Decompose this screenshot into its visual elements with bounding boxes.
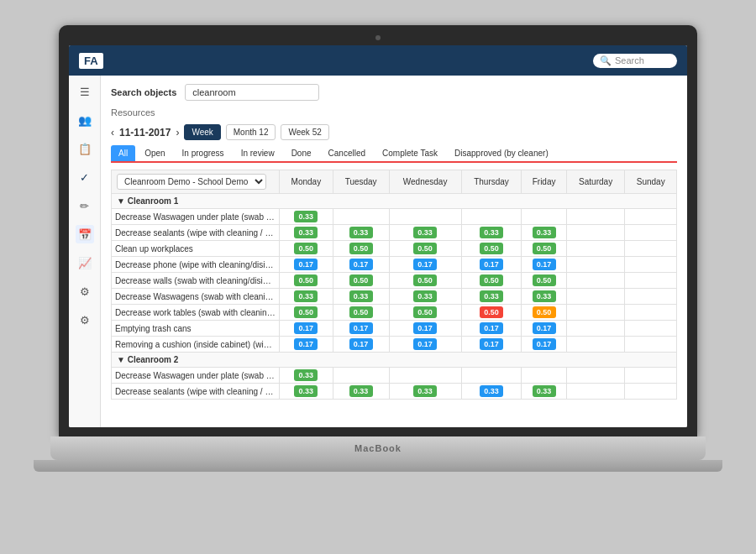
task-cell-thu: 0.33 <box>461 384 522 400</box>
cell-badge[interactable]: 0.50 <box>349 274 373 286</box>
task-cell-mon: 0.33 <box>280 384 333 400</box>
cell-badge[interactable]: 0.17 <box>533 338 556 350</box>
sidebar-icon-users[interactable]: 👥 <box>76 111 94 129</box>
cell-badge[interactable]: 0.33 <box>533 385 556 397</box>
next-button[interactable]: › <box>176 127 179 138</box>
cell-badge[interactable]: 0.17 <box>349 322 373 334</box>
cell-badge[interactable]: 0.33 <box>349 227 373 238</box>
sidebar-icon-menu[interactable]: ☰ <box>76 82 94 101</box>
table-row: Decrease work tables (swab with cleaning… <box>112 305 677 321</box>
tab-done[interactable]: Done <box>284 145 319 161</box>
cell-badge[interactable]: 0.50 <box>480 274 503 286</box>
cell-badge[interactable]: 0.33 <box>413 385 437 397</box>
task-cell-tue <box>333 368 389 384</box>
sidebar-icon-list[interactable]: 📋 <box>76 139 94 158</box>
cell-badge[interactable]: 0.33 <box>294 211 318 222</box>
tab-open[interactable]: Open <box>137 145 172 161</box>
group-name: ▼ Cleanroom 2 <box>112 353 677 368</box>
tab-in-progress[interactable]: In progress <box>175 145 232 161</box>
table-row: Decrease sealants (wipe with cleaning / … <box>112 384 677 400</box>
cell-badge[interactable]: 0.50 <box>480 306 503 318</box>
cell-badge[interactable]: 0.50 <box>294 243 318 254</box>
task-cell-sat <box>566 289 625 305</box>
cell-badge[interactable]: 0.50 <box>294 306 318 318</box>
tab-cancelled[interactable]: Cancelled <box>321 145 373 161</box>
laptop-wrapper: FA 🔍 Search ☰ 👥 📋 ✓ ✏ 📅 📈 ⚙ <box>34 25 722 529</box>
cell-badge[interactable]: 0.50 <box>349 243 373 254</box>
col-tuesday: Tuesday <box>333 170 389 194</box>
cell-badge[interactable]: 0.33 <box>533 290 556 302</box>
cell-badge[interactable]: 0.17 <box>413 259 437 270</box>
cell-badge[interactable]: 0.17 <box>413 338 437 350</box>
cell-badge[interactable]: 0.50 <box>413 243 437 254</box>
cell-badge[interactable]: 0.33 <box>480 227 503 238</box>
search-objects-input[interactable] <box>185 84 319 101</box>
cell-badge[interactable]: 0.17 <box>294 259 318 270</box>
sidebar-icon-settings2[interactable]: ⚙ <box>76 311 94 329</box>
cell-badge[interactable]: 0.17 <box>533 322 556 334</box>
nav-row: ‹ 11-11-2017 › Week Month 12 Week 52 <box>111 124 677 140</box>
view-month12-button[interactable]: Month 12 <box>226 124 276 140</box>
table-row: Clean up workplaces0.500.500.500.500.50 <box>112 241 677 257</box>
task-cell-tue: 0.17 <box>333 321 389 337</box>
sidebar-icon-check[interactable]: ✓ <box>76 168 94 186</box>
task-cell-tue: 0.50 <box>333 273 389 289</box>
task-cell-sun <box>625 368 677 384</box>
cell-badge[interactable]: 0.50 <box>533 243 556 254</box>
task-cell-thu <box>461 209 522 225</box>
sidebar-icon-chart[interactable]: 📈 <box>76 253 94 272</box>
task-cell-fri: 0.50 <box>522 273 567 289</box>
view-week52-button[interactable]: Week 52 <box>281 124 328 140</box>
tab-disapproved[interactable]: Disapproved (by cleaner) <box>447 145 556 161</box>
search-box[interactable]: 🔍 Search <box>593 54 677 68</box>
sidebar-icon-edit[interactable]: ✏ <box>76 196 94 215</box>
task-cell-fri: 0.33 <box>522 289 567 305</box>
cell-badge[interactable]: 0.50 <box>413 306 437 318</box>
demo-select[interactable]: Cleanroom Demo - School Demo <box>117 174 266 190</box>
tab-in-review[interactable]: In review <box>234 145 282 161</box>
cell-badge[interactable]: 0.50 <box>533 274 556 286</box>
cell-badge[interactable]: 0.17 <box>533 259 556 270</box>
cell-badge[interactable]: 0.17 <box>349 338 373 350</box>
view-week-button[interactable]: Week <box>184 124 220 140</box>
cell-badge[interactable]: 0.50 <box>533 306 556 318</box>
task-cell-thu: 0.17 <box>461 337 522 353</box>
cell-badge[interactable]: 0.17 <box>413 322 437 334</box>
cell-badge[interactable]: 0.33 <box>413 227 437 238</box>
cell-badge[interactable]: 0.17 <box>480 322 503 334</box>
col-wednesday: Wednesday <box>389 170 461 194</box>
cell-badge[interactable]: 0.17 <box>480 338 503 350</box>
cell-badge[interactable]: 0.33 <box>294 385 318 397</box>
task-cell-mon: 0.50 <box>280 305 333 321</box>
search-objects-row: Search objects <box>111 84 677 101</box>
col-saturday: Saturday <box>566 170 625 194</box>
task-cell-sun <box>625 337 677 353</box>
cell-badge[interactable]: 0.50 <box>294 274 318 286</box>
cell-badge[interactable]: 0.33 <box>533 227 556 238</box>
cell-badge[interactable]: 0.33 <box>480 290 503 302</box>
cell-badge[interactable]: 0.33 <box>413 290 437 302</box>
cell-badge[interactable]: 0.33 <box>480 385 503 397</box>
sidebar-icon-settings[interactable]: ⚙ <box>76 282 94 301</box>
col-thursday: Thursday <box>461 170 522 194</box>
cell-badge[interactable]: 0.17 <box>294 322 318 334</box>
sidebar-icon-calendar[interactable]: 📅 <box>76 225 94 243</box>
task-cell-wed: 0.50 <box>389 305 461 321</box>
prev-button[interactable]: ‹ <box>111 127 114 138</box>
cell-badge[interactable]: 0.33 <box>294 227 318 238</box>
cell-badge[interactable]: 0.50 <box>349 306 373 318</box>
cell-badge[interactable]: 0.50 <box>480 243 503 254</box>
content-area: Search objects Resources ‹ 11-11-2017 › … <box>101 76 687 427</box>
cell-badge[interactable]: 0.33 <box>294 290 318 302</box>
tab-complete-task[interactable]: Complete Task <box>375 145 445 161</box>
cell-badge[interactable]: 0.50 <box>413 274 437 286</box>
cell-badge[interactable]: 0.17 <box>294 338 318 350</box>
cell-badge[interactable]: 0.33 <box>349 385 373 397</box>
task-cell-wed: 0.33 <box>389 225 461 241</box>
cell-badge[interactable]: 0.17 <box>349 259 373 270</box>
cell-badge[interactable]: 0.33 <box>349 290 373 302</box>
cell-badge[interactable]: 0.33 <box>294 369 318 381</box>
cell-badge[interactable]: 0.17 <box>480 259 503 270</box>
task-cell-thu: 0.17 <box>461 257 522 273</box>
tab-all[interactable]: All <box>111 145 135 161</box>
